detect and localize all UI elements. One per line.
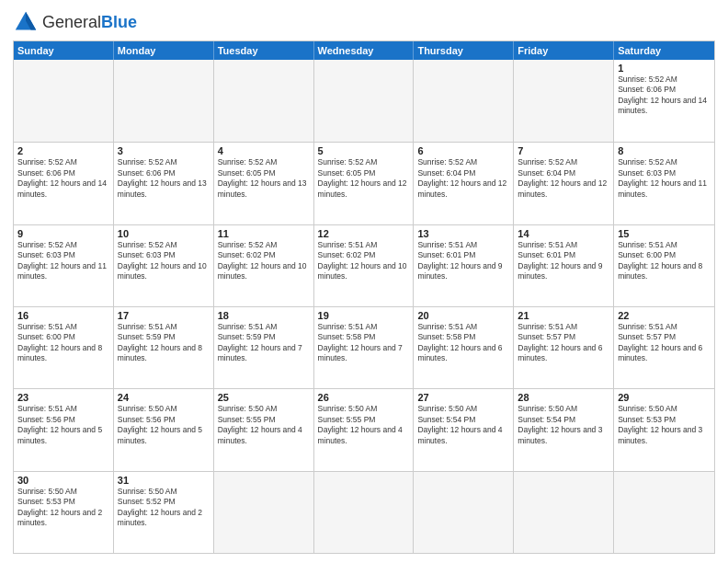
calendar-cell: 29Sunrise: 5:50 AM Sunset: 5:53 PM Dayli…	[614, 389, 714, 470]
day-info: Sunrise: 5:51 AM Sunset: 5:57 PM Dayligh…	[518, 322, 609, 364]
day-number: 31	[118, 475, 210, 486]
calendar-cell	[214, 472, 314, 553]
calendar-row: 9Sunrise: 5:52 AM Sunset: 6:03 PM Daylig…	[14, 224, 714, 306]
calendar-cell: 9Sunrise: 5:52 AM Sunset: 6:03 PM Daylig…	[14, 225, 114, 306]
day-info: Sunrise: 5:52 AM Sunset: 6:06 PM Dayligh…	[17, 157, 109, 200]
day-info: Sunrise: 5:52 AM Sunset: 6:06 PM Dayligh…	[618, 75, 711, 117]
day-info: Sunrise: 5:51 AM Sunset: 5:58 PM Dayligh…	[318, 322, 410, 364]
day-info: Sunrise: 5:50 AM Sunset: 5:56 PM Dayligh…	[118, 404, 210, 446]
calendar-cell: 2Sunrise: 5:52 AM Sunset: 6:06 PM Daylig…	[14, 143, 114, 224]
calendar-cell: 28Sunrise: 5:50 AM Sunset: 5:54 PM Dayli…	[514, 389, 614, 470]
calendar-cell: 12Sunrise: 5:51 AM Sunset: 6:02 PM Dayli…	[314, 225, 415, 306]
day-number: 10	[118, 228, 210, 239]
day-info: Sunrise: 5:51 AM Sunset: 5:56 PM Dayligh…	[17, 404, 109, 446]
calendar-cell	[614, 472, 714, 553]
day-number: 28	[518, 392, 609, 403]
day-number: 25	[218, 392, 310, 403]
calendar-cell	[514, 60, 614, 142]
calendar-cell: 1Sunrise: 5:52 AM Sunset: 6:06 PM Daylig…	[614, 60, 714, 142]
day-info: Sunrise: 5:50 AM Sunset: 5:54 PM Dayligh…	[417, 404, 509, 446]
day-number: 3	[118, 145, 210, 156]
day-number: 19	[318, 310, 410, 321]
calendar-cell: 10Sunrise: 5:52 AM Sunset: 6:03 PM Dayli…	[114, 225, 214, 306]
calendar-cell: 25Sunrise: 5:50 AM Sunset: 5:55 PM Dayli…	[214, 389, 314, 470]
calendar-cell: 19Sunrise: 5:51 AM Sunset: 5:58 PM Dayli…	[314, 307, 415, 388]
day-info: Sunrise: 5:50 AM Sunset: 5:53 PM Dayligh…	[618, 404, 711, 446]
day-number: 17	[118, 310, 210, 321]
day-number: 18	[218, 310, 310, 321]
day-number: 6	[417, 145, 509, 156]
day-info: Sunrise: 5:50 AM Sunset: 5:55 PM Dayligh…	[218, 404, 310, 446]
calendar-cell: 4Sunrise: 5:52 AM Sunset: 6:05 PM Daylig…	[214, 143, 314, 224]
calendar-cell: 20Sunrise: 5:51 AM Sunset: 5:58 PM Dayli…	[414, 307, 514, 388]
calendar-cell: 15Sunrise: 5:51 AM Sunset: 6:00 PM Dayli…	[614, 225, 714, 306]
day-header-friday: Friday	[514, 41, 614, 60]
header: GeneralBlue	[13, 9, 715, 35]
calendar-cell	[214, 60, 314, 142]
calendar-cell: 27Sunrise: 5:50 AM Sunset: 5:54 PM Dayli…	[414, 389, 514, 470]
day-info: Sunrise: 5:50 AM Sunset: 5:54 PM Dayligh…	[518, 404, 609, 446]
calendar-cell	[114, 60, 214, 142]
day-header-saturday: Saturday	[614, 41, 714, 60]
calendar-cell	[314, 472, 415, 553]
day-number: 9	[17, 228, 109, 239]
day-info: Sunrise: 5:52 AM Sunset: 6:02 PM Dayligh…	[218, 240, 310, 282]
day-number: 7	[518, 145, 609, 156]
day-info: Sunrise: 5:51 AM Sunset: 5:59 PM Dayligh…	[118, 322, 210, 364]
day-number: 16	[17, 310, 109, 321]
day-number: 4	[218, 145, 310, 156]
calendar-cell: 8Sunrise: 5:52 AM Sunset: 6:03 PM Daylig…	[614, 143, 714, 224]
calendar-cell: 11Sunrise: 5:52 AM Sunset: 6:02 PM Dayli…	[214, 225, 314, 306]
calendar-cell: 21Sunrise: 5:51 AM Sunset: 5:57 PM Dayli…	[514, 307, 614, 388]
calendar-cell	[314, 60, 415, 142]
calendar-cell: 16Sunrise: 5:51 AM Sunset: 6:00 PM Dayli…	[14, 307, 114, 388]
page: GeneralBlue SundayMondayTuesdayWednesday…	[0, 0, 728, 563]
calendar-cell	[414, 60, 514, 142]
calendar-row: 16Sunrise: 5:51 AM Sunset: 6:00 PM Dayli…	[14, 306, 714, 388]
day-info: Sunrise: 5:52 AM Sunset: 6:03 PM Dayligh…	[118, 240, 210, 282]
day-info: Sunrise: 5:51 AM Sunset: 5:58 PM Dayligh…	[417, 322, 509, 364]
day-info: Sunrise: 5:52 AM Sunset: 6:05 PM Dayligh…	[218, 157, 310, 200]
day-number: 11	[218, 228, 310, 239]
day-number: 14	[518, 228, 609, 239]
day-info: Sunrise: 5:52 AM Sunset: 6:04 PM Dayligh…	[518, 157, 609, 200]
calendar-cell: 17Sunrise: 5:51 AM Sunset: 5:59 PM Dayli…	[114, 307, 214, 388]
calendar-cell: 7Sunrise: 5:52 AM Sunset: 6:04 PM Daylig…	[514, 143, 614, 224]
calendar-cell: 23Sunrise: 5:51 AM Sunset: 5:56 PM Dayli…	[14, 389, 114, 470]
calendar-cell: 26Sunrise: 5:50 AM Sunset: 5:55 PM Dayli…	[314, 389, 415, 470]
day-number: 30	[17, 475, 109, 486]
calendar-cell: 3Sunrise: 5:52 AM Sunset: 6:06 PM Daylig…	[114, 143, 214, 224]
day-info: Sunrise: 5:50 AM Sunset: 5:55 PM Dayligh…	[318, 404, 410, 446]
calendar-row: 1Sunrise: 5:52 AM Sunset: 6:06 PM Daylig…	[14, 60, 714, 142]
day-header-thursday: Thursday	[414, 41, 514, 60]
day-number: 26	[318, 392, 410, 403]
day-info: Sunrise: 5:50 AM Sunset: 5:53 PM Dayligh…	[17, 487, 109, 529]
day-info: Sunrise: 5:52 AM Sunset: 6:05 PM Dayligh…	[318, 157, 410, 200]
calendar-cell	[514, 472, 614, 553]
calendar-cell: 5Sunrise: 5:52 AM Sunset: 6:05 PM Daylig…	[314, 143, 415, 224]
logo-text: GeneralBlue	[42, 13, 137, 32]
day-info: Sunrise: 5:51 AM Sunset: 6:02 PM Dayligh…	[318, 240, 410, 282]
day-info: Sunrise: 5:51 AM Sunset: 6:01 PM Dayligh…	[417, 240, 509, 282]
day-info: Sunrise: 5:51 AM Sunset: 5:57 PM Dayligh…	[618, 322, 711, 364]
logo-icon	[13, 9, 39, 35]
calendar-row: 23Sunrise: 5:51 AM Sunset: 5:56 PM Dayli…	[14, 388, 714, 470]
day-info: Sunrise: 5:52 AM Sunset: 6:03 PM Dayligh…	[618, 157, 711, 200]
calendar-cell	[14, 60, 114, 142]
day-number: 8	[618, 145, 711, 156]
day-number: 24	[118, 392, 210, 403]
day-number: 12	[318, 228, 410, 239]
calendar-cell: 30Sunrise: 5:50 AM Sunset: 5:53 PM Dayli…	[14, 472, 114, 553]
logo: GeneralBlue	[13, 9, 137, 35]
calendar-cell: 22Sunrise: 5:51 AM Sunset: 5:57 PM Dayli…	[614, 307, 714, 388]
day-number: 2	[17, 145, 109, 156]
day-number: 20	[417, 310, 509, 321]
day-header-monday: Monday	[114, 41, 214, 60]
day-number: 23	[17, 392, 109, 403]
calendar-cell: 31Sunrise: 5:50 AM Sunset: 5:52 PM Dayli…	[114, 472, 214, 553]
calendar-row: 30Sunrise: 5:50 AM Sunset: 5:53 PM Dayli…	[14, 471, 714, 553]
day-info: Sunrise: 5:51 AM Sunset: 6:00 PM Dayligh…	[618, 240, 711, 282]
calendar-row: 2Sunrise: 5:52 AM Sunset: 6:06 PM Daylig…	[14, 142, 714, 224]
day-info: Sunrise: 5:51 AM Sunset: 6:01 PM Dayligh…	[518, 240, 609, 282]
calendar-cell: 13Sunrise: 5:51 AM Sunset: 6:01 PM Dayli…	[414, 225, 514, 306]
